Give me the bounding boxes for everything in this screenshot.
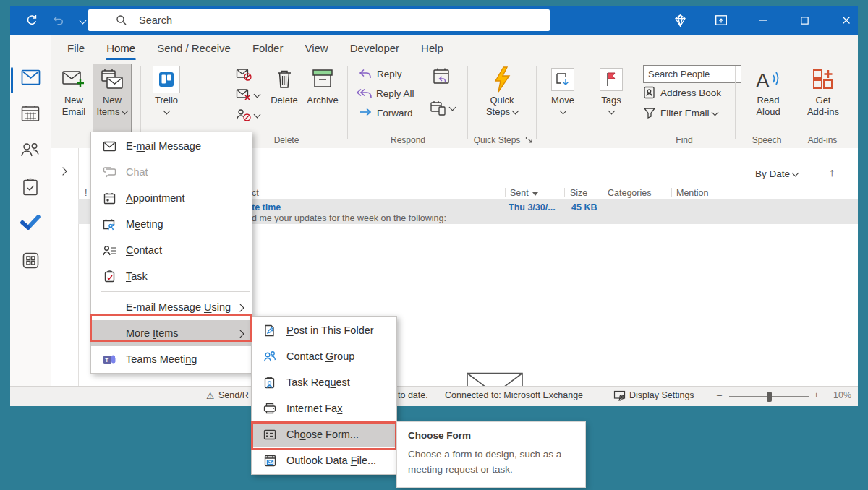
display-settings-button[interactable]: Display Settings: [629, 390, 694, 400]
connection-status[interactable]: Connected to: Microsoft Exchange: [445, 390, 583, 400]
group-label-find: Find: [634, 135, 735, 145]
chevron-down-icon: [792, 170, 799, 177]
display-settings-icon: [613, 390, 626, 401]
sort-by-dropdown[interactable]: By Date: [755, 168, 798, 179]
column-mention[interactable]: Mention: [676, 188, 708, 198]
read-aloud-icon: A: [754, 64, 782, 95]
column-sent[interactable]: Sent: [510, 188, 538, 198]
group-label-speech: Speech: [739, 135, 794, 145]
menu-item-email-message[interactable]: E-mail Message: [91, 133, 252, 159]
quick-steps-dialog-launcher-icon[interactable]: [525, 136, 533, 144]
mail-nav-icon[interactable]: [10, 65, 51, 90]
delete-button[interactable]: Delete: [266, 64, 302, 133]
search-placeholder: Search: [139, 14, 172, 26]
reply-all-button[interactable]: Reply All: [356, 88, 414, 99]
people-nav-icon[interactable]: [10, 137, 51, 162]
junk-button[interactable]: [236, 108, 260, 122]
maximize-button[interactable]: [791, 6, 817, 35]
tasks-nav-icon[interactable]: [10, 175, 51, 199]
menu-item-internet-fax[interactable]: Internet Fax: [252, 395, 396, 421]
chevron-down-icon: [608, 108, 615, 115]
reply-button[interactable]: Reply: [359, 69, 402, 79]
menu-item-task-request[interactable]: Task Request: [252, 369, 396, 395]
archive-button[interactable]: Archive: [302, 64, 343, 133]
title-bar[interactable]: Search: [10, 6, 858, 35]
get-addins-button[interactable]: Get Add-ins: [801, 64, 845, 133]
navigation-sidebar: [10, 35, 51, 387]
menu-item-appointment[interactable]: Appointment: [91, 185, 252, 211]
trello-button[interactable]: Trello: [145, 64, 188, 133]
email-size: 45 KB: [571, 202, 597, 212]
expand-folder-pane-icon[interactable]: [60, 164, 66, 177]
task-request-icon: [262, 377, 278, 389]
sort-direction-button[interactable]: ↑: [829, 166, 835, 179]
search-people-input[interactable]: Search People: [643, 65, 741, 83]
column-importance[interactable]: !: [85, 188, 87, 198]
zoom-in-button[interactable]: +: [814, 390, 819, 400]
tab-folder[interactable]: Folder: [242, 35, 294, 61]
quick-steps-button[interactable]: Quick Steps: [480, 64, 524, 133]
search-icon: [116, 14, 127, 26]
move-icon: [551, 68, 574, 91]
new-items-button[interactable]: New Items: [93, 64, 132, 133]
column-size[interactable]: Size: [570, 188, 587, 198]
group-label-addins: Add-ins: [797, 135, 848, 145]
contact-icon: [101, 245, 117, 256]
apps-nav-icon[interactable]: [10, 248, 51, 272]
sync-icon[interactable]: [19, 6, 45, 35]
menu-item-task[interactable]: Task: [91, 263, 252, 289]
menu-item-teams-meeting[interactable]: T Teams Meeting: [91, 346, 252, 372]
zoom-level[interactable]: 10%: [833, 390, 851, 400]
choose-form-icon: [262, 429, 278, 440]
calendar-nav-icon[interactable]: [10, 101, 51, 126]
zoom-slider-thumb[interactable]: [767, 392, 772, 402]
tab-home[interactable]: Home: [95, 35, 146, 61]
undo-icon[interactable]: [45, 6, 71, 35]
zoom-out-button[interactable]: –: [717, 390, 722, 400]
tab-developer[interactable]: Developer: [339, 35, 410, 61]
tab-view[interactable]: View: [294, 35, 339, 61]
ribbon-display-options-icon[interactable]: [708, 6, 734, 35]
send-receive-status[interactable]: Send/R: [218, 390, 249, 400]
menu-item-contact-group[interactable]: Contact Group: [252, 343, 396, 369]
close-button[interactable]: [833, 6, 859, 35]
chevron-down-icon: [254, 111, 261, 118]
menu-item-email-message-using[interactable]: E-mail Message Using: [91, 294, 252, 320]
tab-send-receive[interactable]: Send / Receive: [146, 35, 242, 61]
search-input[interactable]: Search: [88, 9, 550, 31]
tags-button[interactable]: Tags: [592, 64, 631, 133]
trello-icon: [153, 66, 180, 93]
read-aloud-button[interactable]: A Read Aloud: [747, 64, 789, 133]
filter-email-button[interactable]: Filter Email: [643, 106, 718, 119]
svg-text:T: T: [105, 356, 109, 363]
desktop-background: Search File: [0, 0, 868, 490]
choose-form-tooltip: Choose Form Choose a form to design, suc…: [396, 421, 586, 488]
menu-item-more-items[interactable]: More Items: [91, 320, 252, 346]
sort-descending-icon: [532, 192, 538, 196]
forward-button[interactable]: Forward: [359, 108, 413, 119]
menu-item-meeting[interactable]: Meeting: [91, 211, 252, 237]
column-categories[interactable]: Categories: [608, 188, 651, 198]
menu-item-choose-form[interactable]: Choose Form...: [252, 421, 396, 447]
coming-soon-diamond-icon[interactable]: [667, 6, 693, 35]
chevron-down-icon: [711, 108, 718, 116]
move-button[interactable]: Move: [542, 64, 584, 133]
share-to-teams-icon[interactable]: [430, 99, 455, 116]
meeting-reply-icon[interactable]: [433, 67, 451, 86]
minimize-button[interactable]: [750, 6, 776, 35]
chevron-down-icon: [254, 90, 261, 98]
chevron-down-icon: [449, 103, 456, 111]
menu-item-post-in-this-folder[interactable]: Post in This Folder: [252, 317, 396, 343]
tab-help[interactable]: Help: [410, 35, 454, 61]
ignore-button[interactable]: [236, 67, 252, 82]
email-subject-fragment: te time: [252, 202, 281, 212]
chevron-down-icon: [559, 108, 566, 115]
menu-item-outlook-data-file[interactable]: Outlook Data File...: [252, 447, 396, 473]
todo-nav-icon[interactable]: [10, 210, 51, 234]
tab-file[interactable]: File: [56, 35, 95, 61]
clean-up-button[interactable]: [236, 87, 260, 102]
address-book-button[interactable]: Address Book: [643, 86, 721, 99]
new-email-button[interactable]: New Email: [55, 64, 93, 133]
menu-item-contact[interactable]: Contact: [91, 237, 252, 263]
column-subject-fragment[interactable]: ct: [252, 188, 259, 198]
